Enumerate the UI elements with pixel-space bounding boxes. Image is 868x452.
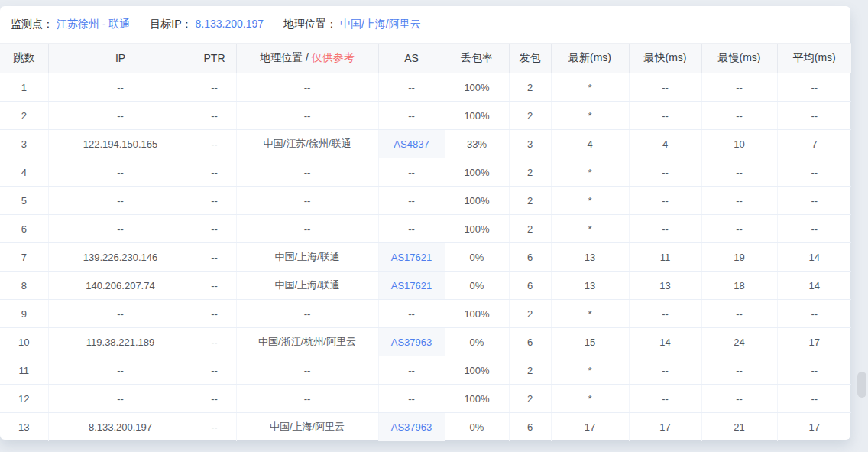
- cell-latest: 4: [551, 130, 629, 158]
- cell-as: --: [378, 187, 445, 215]
- cell-loss: 100%: [445, 187, 509, 215]
- cell-hop: 6: [0, 215, 48, 243]
- cell-avg: 14: [777, 272, 851, 300]
- cell-value: *: [588, 365, 591, 376]
- target-ip-link[interactable]: 8.133.200.197: [195, 18, 264, 30]
- cell-ip: --: [48, 158, 193, 187]
- cell-latest: *: [551, 187, 629, 215]
- cell-value: --: [408, 308, 415, 320]
- cell-latest: *: [551, 102, 629, 130]
- table-row: 138.133.200.197--中国/上海/阿里云AS379630%61717…: [0, 413, 851, 441]
- cell-geo: --: [236, 300, 378, 328]
- cell-slowest: --: [701, 300, 777, 328]
- column-header-label: 丢包率: [461, 51, 493, 63]
- cell-latest: *: [551, 385, 629, 413]
- cell-value: --: [304, 393, 311, 405]
- cell-loss: 0%: [445, 243, 509, 272]
- cell-ip: 139.226.230.146: [48, 243, 193, 272]
- scrollbar-thumb[interactable]: [857, 372, 866, 398]
- cell-latest: *: [551, 215, 629, 243]
- cell-loss: 0%: [445, 272, 509, 300]
- column-header-label: 平均(ms): [793, 51, 836, 63]
- column-header-label: AS: [404, 52, 419, 64]
- cell-avg: 17: [777, 413, 851, 441]
- column-header-label: 最新(ms): [568, 51, 611, 63]
- cell-slowest: --: [701, 73, 777, 102]
- cell-hop: 3: [0, 130, 48, 158]
- cell-as: --: [378, 158, 445, 187]
- cell-fastest: --: [629, 102, 701, 130]
- cell-value: --: [408, 110, 415, 122]
- cell-hop: 7: [0, 243, 48, 272]
- cell-value: --: [662, 167, 669, 178]
- cell-loss: 0%: [445, 328, 509, 356]
- cell-value: 100%: [464, 308, 489, 320]
- cell-value: 9: [21, 308, 27, 320]
- cell-loss: 0%: [445, 413, 509, 441]
- cell-as: --: [378, 385, 445, 413]
- cell-value: --: [117, 365, 124, 376]
- cell-slowest: 24: [701, 328, 777, 356]
- cell-sent: 2: [509, 158, 551, 187]
- cell-value: *: [588, 195, 591, 206]
- cell-fastest: --: [629, 356, 701, 385]
- cell-hop: 2: [0, 102, 48, 130]
- cell-value: --: [211, 365, 218, 376]
- cell-as: --: [378, 356, 445, 385]
- cell-ptr: --: [193, 187, 236, 215]
- table-row: 12--------100%2*------: [0, 385, 851, 413]
- cell-value: --: [662, 195, 669, 206]
- as-link[interactable]: AS37963: [391, 337, 432, 348]
- cell-value: 11: [19, 365, 30, 376]
- cell-value: 13: [18, 421, 29, 433]
- as-link[interactable]: AS17621: [391, 280, 432, 291]
- table-row: 8140.206.207.74--中国/上海/联通AS176210%613131…: [0, 272, 851, 300]
- as-link[interactable]: AS4837: [394, 138, 429, 150]
- cell-value: --: [211, 138, 218, 150]
- cell-value: 122.194.150.165: [83, 138, 158, 150]
- monitor-point-link[interactable]: 江苏徐州 - 联通: [57, 18, 130, 30]
- cell-value: --: [811, 82, 818, 93]
- cell-value: 3: [21, 138, 27, 150]
- cell-value: --: [117, 223, 124, 235]
- cell-value: --: [117, 308, 124, 320]
- cell-value: --: [211, 167, 218, 178]
- cell-value: --: [211, 308, 218, 320]
- cell-fastest: --: [629, 73, 701, 102]
- cell-value: 10: [734, 138, 744, 150]
- cell-value: --: [117, 82, 124, 93]
- cell-hop: 8: [0, 272, 48, 300]
- cell-value: --: [811, 167, 818, 178]
- cell-ptr: --: [193, 215, 236, 243]
- cell-value: --: [117, 110, 124, 122]
- cell-avg: --: [777, 356, 851, 385]
- cell-value: --: [304, 82, 311, 93]
- cell-value: --: [736, 195, 743, 206]
- cell-avg: --: [777, 300, 851, 328]
- cell-value: 7: [21, 252, 27, 263]
- cell-value: 139.226.230.146: [83, 252, 158, 263]
- cell-value: --: [304, 308, 311, 320]
- info-bar: 监测点： 江苏徐州 - 联通 目标IP： 8.133.200.197 地理位置：…: [0, 6, 850, 43]
- as-link[interactable]: AS17621: [391, 252, 432, 263]
- cell-value: --: [736, 110, 743, 122]
- cell-value: 100%: [464, 82, 489, 93]
- cell-value: 100%: [464, 223, 489, 235]
- cell-value: 119.38.221.189: [86, 337, 154, 348]
- as-link[interactable]: AS37963: [391, 421, 432, 433]
- cell-value: 中国/浙江/杭州/阿里云: [258, 336, 356, 347]
- cell-value: 2: [527, 110, 533, 122]
- cell-geo: --: [236, 158, 378, 187]
- column-header-label: 最慢(ms): [718, 51, 761, 63]
- column-header-loss: 丢包率: [445, 44, 509, 73]
- cell-latest: *: [551, 73, 629, 102]
- cell-fastest: --: [629, 215, 701, 243]
- geo-location-link[interactable]: 中国/上海/阿里云: [340, 18, 421, 30]
- cell-value: 13: [585, 280, 595, 291]
- cell-value: --: [736, 82, 743, 93]
- cell-value: 15: [585, 337, 595, 348]
- cell-value: --: [211, 110, 218, 122]
- cell-value: *: [588, 167, 591, 178]
- cell-ip: --: [48, 356, 193, 385]
- cell-as: AS4837: [378, 130, 445, 158]
